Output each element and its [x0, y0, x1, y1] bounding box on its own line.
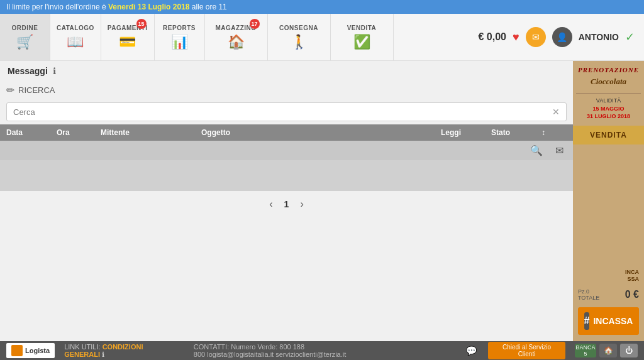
- info-icon: ℹ: [53, 66, 56, 76]
- nav-catalogo-icon: 📖: [67, 34, 84, 50]
- heart-icon: ♥: [513, 31, 519, 44]
- col-stato: Stato: [491, 128, 541, 137]
- sidebar-bottom: INCASSA Pz.0 TOTALE 0 € # INCASSA: [573, 145, 644, 341]
- vendita-sidebar: VENDITA: [573, 126, 644, 145]
- ricerca-icon: ✏: [6, 84, 14, 96]
- col-mittente: Mittente: [101, 128, 201, 137]
- col-sort[interactable]: ↕: [541, 128, 567, 137]
- promo-title: PRENOTAZIONE: [578, 66, 639, 74]
- chat-icon: 💬: [466, 346, 477, 356]
- nav-pagamenti-icon: 💳: [119, 34, 136, 50]
- prev-page-button[interactable]: ‹: [264, 197, 277, 211]
- table-body: 🔍 ✉: [0, 141, 573, 191]
- nav-right: € 0,00 ♥ ✉ 👤 ANTONIO ✓: [469, 14, 644, 60]
- nav-ordine-icon: 🛒: [16, 34, 33, 50]
- promo-divider: [576, 93, 641, 94]
- col-ora: Ora: [57, 128, 101, 137]
- alert-bar: Il limite per l'invio dell'ordine è Vene…: [0, 0, 644, 14]
- pagination: ‹ 1 ›: [0, 191, 573, 217]
- search-clear-icon[interactable]: ✕: [552, 107, 560, 117]
- nav-magazzino-icon: 🏠: [228, 34, 245, 50]
- right-sidebar: PRENOTAZIONE Cioccolata VALIDITÀ 15 MAGG…: [573, 61, 644, 341]
- promo-banner: PRENOTAZIONE Cioccolata VALIDITÀ 15 MAGG…: [573, 61, 644, 126]
- nav-consegna[interactable]: CONSEGNA 🚶: [268, 14, 331, 60]
- current-page: 1: [284, 199, 289, 209]
- nav-consegna-label: CONSEGNA: [279, 25, 318, 31]
- info-footer-icon: ℹ: [102, 351, 104, 358]
- ricerca-label: RICERCA: [18, 85, 55, 95]
- totale-row: Pz.0 TOTALE 0 €: [573, 285, 644, 304]
- nav-pagamenti[interactable]: PAGAMENTI 💳 15: [101, 14, 155, 60]
- search-bar: ✕: [6, 102, 567, 121]
- logista-square: [11, 345, 23, 356]
- pz-label: Pz.0: [578, 288, 589, 295]
- nav-ordine-label: ORDINE: [12, 25, 38, 31]
- main-nav: ORDINE 🛒 CATALOGO 📖 PAGAMENTI 💳 15 REPOR…: [0, 14, 644, 61]
- totale-price: 0 €: [625, 289, 639, 300]
- alert-text: Il limite per l'invio dell'ordine è Vene…: [6, 3, 227, 11]
- vendita-label: VENDITA: [576, 131, 641, 139]
- footer: Logista LINK UTILI: CONDIZIONI GENERALI …: [0, 341, 644, 360]
- nav-catalogo-label: CATALOGO: [57, 25, 94, 31]
- nav-reports[interactable]: REPORTS 📊: [155, 14, 205, 60]
- nav-ordine[interactable]: ORDINE 🛒: [0, 14, 50, 60]
- power-button[interactable]: ⏻: [620, 344, 638, 357]
- inca-ssa-text: INCASSA: [573, 267, 644, 285]
- incassa-label: INCASSA: [593, 316, 633, 326]
- nav-vendita[interactable]: VENDITA ✅: [331, 14, 394, 60]
- user-name: ANTONIO: [579, 32, 619, 42]
- email-button[interactable]: ✉: [526, 27, 546, 47]
- nav-reports-label: REPORTS: [163, 25, 196, 31]
- link-utili-label: LINK UTILI: CONDIZIONI GENERALI ℹ: [64, 343, 184, 359]
- footer-right-icons: BANCA5 🏠 ⏻: [575, 344, 638, 357]
- incassa-button[interactable]: # INCASSA: [578, 307, 639, 335]
- logista-logo: Logista: [6, 343, 55, 358]
- nav-vendita-icon: ✅: [353, 34, 370, 50]
- search-action-icon[interactable]: 🔍: [530, 145, 543, 156]
- logista-label: Logista: [25, 347, 50, 354]
- promo-validity: VALIDITÀ 15 MAGGIO 31 LUGLIO 2018: [587, 97, 630, 121]
- nav-reports-icon: 📊: [171, 34, 188, 50]
- home-button[interactable]: 🏠: [599, 344, 617, 357]
- nav-vendita-label: VENDITA: [347, 25, 377, 31]
- price-display: € 0,00: [479, 31, 506, 43]
- magazzino-badge: 17: [250, 19, 260, 29]
- nav-catalogo[interactable]: CATALOGO 📖: [50, 14, 101, 60]
- next-page-button[interactable]: ›: [295, 197, 308, 211]
- totale-label: TOTALE: [578, 295, 599, 301]
- content-area: Messaggi ℹ ✏ RICERCA ✕ Data Ora Mittente…: [0, 61, 644, 341]
- nav-consegna-icon: 🚶: [291, 34, 308, 50]
- banca5-button[interactable]: BANCA5: [575, 344, 596, 357]
- table-header: Data Ora Mittente Oggetto Leggi Stato ↕: [0, 124, 573, 141]
- ricerca-button[interactable]: ✏ RICERCA: [0, 81, 573, 99]
- contatti-info: CONTATTI: Numero Verde: 800 188 800 logi…: [194, 343, 457, 358]
- promo-product: Cioccolata: [591, 77, 626, 87]
- nav-magazzino[interactable]: MAGAZZINO 🏠 17: [205, 14, 268, 60]
- col-data: Data: [6, 128, 57, 137]
- messages-title: Messaggi: [8, 66, 48, 76]
- pagamenti-badge: 15: [136, 19, 147, 29]
- table-action-row: 🔍 ✉: [0, 141, 573, 160]
- mail-action-icon[interactable]: ✉: [555, 145, 564, 156]
- main-content: Messaggi ℹ ✏ RICERCA ✕ Data Ora Mittente…: [0, 61, 573, 341]
- search-input[interactable]: [13, 107, 552, 117]
- servizio-clienti-button[interactable]: Chiedi al Servizio Clienti: [488, 342, 565, 359]
- messages-header: Messaggi ℹ: [0, 61, 573, 81]
- col-oggetto: Oggetto: [201, 128, 441, 137]
- checkmark-icon: ✓: [625, 30, 635, 44]
- col-leggi: Leggi: [441, 128, 491, 137]
- calc-icon: #: [584, 312, 590, 330]
- user-button[interactable]: 👤: [552, 27, 572, 47]
